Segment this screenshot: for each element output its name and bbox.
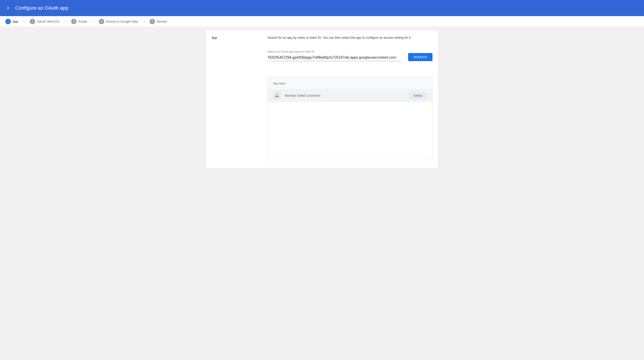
close-icon <box>6 6 10 10</box>
search-label: Search for OAuth app name or client ID <box>268 50 401 53</box>
shapes-icon <box>275 93 279 98</box>
results-table: App name Workato GMail Connector Select <box>268 77 432 160</box>
page-title: Configure an OAuth app <box>15 5 68 11</box>
description-text: Search for an app by name or client ID. … <box>268 36 432 39</box>
step-label: Access to Google Data <box>106 20 138 23</box>
svg-point-1 <box>277 96 278 97</box>
close-button[interactable] <box>5 5 11 11</box>
table-row: Workato GMail Connector Select <box>268 90 432 102</box>
step-divider <box>142 21 146 22</box>
stepper: 1 App 2 OAuth client IDs 3 Scope 4 Acces… <box>0 16 644 27</box>
app-icon-container <box>273 92 281 100</box>
step-label: App <box>12 20 18 23</box>
search-input[interactable] <box>268 54 401 61</box>
main-container: App Search for an app by name or client … <box>0 27 644 171</box>
step-oauth-client-ids[interactable]: 2 OAuth client IDs <box>30 19 60 24</box>
step-divider <box>91 21 95 22</box>
step-scope[interactable]: 3 Scope <box>71 19 87 24</box>
section-title: App <box>212 36 264 39</box>
step-number: 5 <box>150 19 155 24</box>
step-label: Scope <box>78 20 87 23</box>
app-name: Workato GMail Connector <box>285 94 409 97</box>
step-label: Review <box>157 20 167 23</box>
step-app[interactable]: 1 App <box>5 19 18 24</box>
step-divider <box>22 21 26 22</box>
step-label: OAuth client IDs <box>37 20 60 23</box>
search-row: Search for OAuth app name or client ID S… <box>268 50 432 61</box>
search-field: Search for OAuth app name or client ID <box>268 50 401 61</box>
content-card: App Search for an app by name or client … <box>206 31 438 168</box>
search-button[interactable]: SEARCH <box>408 53 432 61</box>
step-divider <box>63 21 68 22</box>
table-header: App name <box>268 77 432 90</box>
step-number: 1 <box>5 19 11 24</box>
card-left: App <box>212 36 268 162</box>
step-number: 4 <box>99 19 104 24</box>
step-number: 2 <box>30 19 35 24</box>
card-right: Search for an app by name or client ID. … <box>268 36 432 162</box>
svg-rect-0 <box>276 96 277 97</box>
step-number: 3 <box>71 19 76 24</box>
select-button[interactable]: Select <box>409 92 427 99</box>
step-access-google-data[interactable]: 4 Access to Google Data <box>99 19 138 24</box>
step-review[interactable]: 5 Review <box>150 19 167 24</box>
header-bar: Configure an OAuth app <box>0 0 644 16</box>
